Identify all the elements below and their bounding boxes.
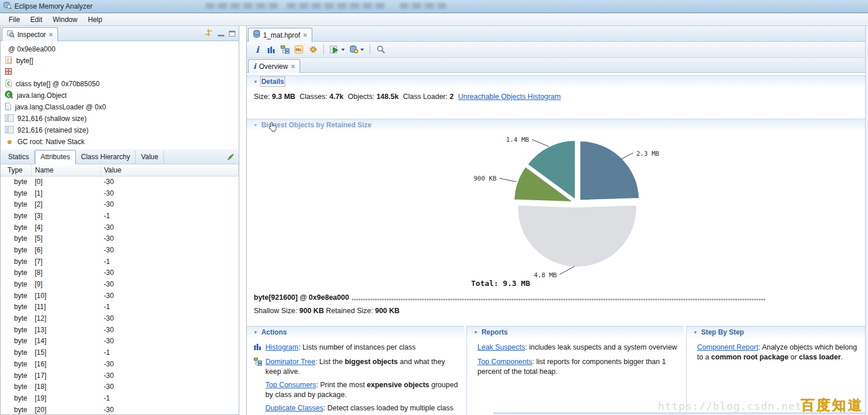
duplicate-classes-link[interactable]: Duplicate Classes: [265, 404, 323, 412]
maximize-view-button[interactable]: [229, 31, 235, 36]
step-by-step-header-label: Step By Step: [701, 328, 744, 336]
menu-edit[interactable]: Edit: [25, 14, 48, 25]
table-row[interactable]: byte[15]-1: [1, 347, 239, 358]
list-item[interactable]: Cs java.lang.Object: [1, 90, 239, 101]
minimize-view-button[interactable]: [218, 34, 224, 36]
histogram-button[interactable]: [265, 43, 277, 56]
component-report-link[interactable]: Component Report: [697, 343, 758, 351]
table-row[interactable]: byte[2]-30: [1, 199, 239, 210]
table-row[interactable]: byte[19]-1: [1, 392, 239, 404]
pie-label: 1.4 MB: [506, 136, 529, 144]
tab-hprof[interactable]: 1_mat.hprof ×: [248, 28, 312, 42]
menu-window[interactable]: Window: [48, 14, 83, 25]
tab-value[interactable]: Value: [136, 150, 164, 164]
table-cell: byte: [1, 302, 31, 313]
close-icon[interactable]: ×: [303, 32, 307, 38]
table-row[interactable]: byte[18]-30: [1, 381, 239, 392]
tab-attributes[interactable]: Attributes: [35, 150, 76, 164]
table-row[interactable]: byte[0]-30: [1, 176, 239, 188]
heap-dump-settings-button[interactable]: [348, 43, 365, 56]
table-row[interactable]: byte[1]-30: [1, 188, 239, 199]
tab-statics[interactable]: Statics: [3, 150, 35, 164]
table-row[interactable]: byte[11]-1: [1, 302, 239, 313]
pin-icon[interactable]: [227, 153, 234, 162]
action-item-histogram: Histogram: Lists number of instances per…: [254, 343, 458, 354]
list-item[interactable]: [] byte[]: [1, 55, 239, 67]
table-row[interactable]: byte[8]-30: [1, 267, 239, 279]
list-item[interactable]: 921,616 (shallow size): [1, 113, 239, 124]
heap-dump-icon: [253, 30, 260, 40]
list-item[interactable]: GC root: Native Stack: [1, 136, 239, 148]
dominator-tree-link[interactable]: Dominator Tree: [265, 358, 315, 366]
menu-file[interactable]: File: [3, 14, 25, 25]
overview-info-button[interactable]: i: [251, 43, 263, 56]
table-row[interactable]: byte[6]-30: [1, 244, 239, 256]
list-item[interactable]: @ 0x9e8ea000: [1, 43, 239, 55]
link-with-editor-icon[interactable]: [204, 29, 213, 38]
table-cell: [2]: [31, 199, 100, 210]
list-item[interactable]: java.lang.ClassLoader @ 0x0: [1, 101, 239, 113]
histogram-link[interactable]: Histogram: [265, 343, 298, 351]
top-components-link[interactable]: Top Components: [477, 358, 533, 366]
step-by-step-section-header[interactable]: ▼Step By Step: [687, 326, 865, 338]
actions-section-header[interactable]: ▼Actions: [247, 326, 464, 338]
oql-button[interactable]: OQL: [293, 43, 305, 56]
table-row[interactable]: byte[10]-30: [1, 290, 239, 302]
column-value[interactable]: Value: [100, 164, 239, 176]
table-cell: byte: [1, 233, 31, 244]
menu-help[interactable]: Help: [83, 14, 108, 25]
table-row[interactable]: byte[5]-30: [1, 233, 239, 244]
classloader-label: Class Loader:: [403, 93, 447, 101]
title-bar: Eclipse Memory Analyzer: [0, 0, 868, 13]
table-row[interactable]: byte[12]-30: [1, 313, 239, 324]
collapse-arrow-icon: ▼: [473, 330, 478, 335]
close-icon[interactable]: ×: [291, 64, 295, 69]
dominator-tree-icon: [254, 357, 263, 377]
table-cell: byte: [1, 199, 31, 210]
close-icon[interactable]: ×: [49, 32, 53, 38]
table-row[interactable]: byte[9]-30: [1, 278, 239, 290]
run-expert-system-button[interactable]: [329, 43, 346, 56]
table-row[interactable]: byte[7]-1: [1, 256, 239, 267]
blurred-title-text: [287, 3, 385, 9]
customize-gear-button[interactable]: [307, 43, 319, 56]
leak-suspects-link[interactable]: Leak Suspects: [477, 343, 525, 351]
selected-object-title[interactable]: byte[921600] @ 0x9e8ea000: [254, 293, 349, 302]
list-item[interactable]: C class byte[] @ 0x70b85050: [1, 78, 239, 90]
table-row[interactable]: byte[13]-30: [1, 324, 239, 336]
list-item[interactable]: [1, 67, 239, 78]
size-value: 9.3 MB: [272, 93, 295, 101]
top-consumers-link[interactable]: Top Consumers: [265, 381, 316, 389]
table-row[interactable]: byte[20]-30: [1, 404, 239, 414]
classes-label: Classes:: [300, 93, 327, 101]
column-type[interactable]: Type: [1, 164, 31, 176]
tab-overview[interactable]: i Overview ×: [248, 59, 300, 73]
tab-inspector[interactable]: Inspector ×: [2, 27, 58, 41]
table-row[interactable]: byte[4]-30: [1, 222, 239, 233]
table-cell: byte: [1, 347, 31, 358]
histogram-icon: [254, 343, 263, 354]
table-row[interactable]: byte[16]-30: [1, 358, 239, 370]
gc-root-label: GC root: Native Stack: [17, 138, 85, 146]
biggest-objects-section-header[interactable]: ▼ Biggest Objects by Retained Size: [247, 119, 865, 131]
pie-slice-4-8-MB[interactable]: [517, 205, 637, 267]
table-row[interactable]: byte[17]-30: [1, 370, 239, 381]
table-cell: [1]: [31, 188, 100, 199]
table-cell: [8]: [31, 267, 100, 279]
table-cell: [9]: [31, 278, 100, 290]
class-file-icon: C: [5, 79, 12, 89]
table-cell: [13]: [31, 324, 100, 336]
list-item[interactable]: 921,616 (retained size): [1, 124, 239, 136]
unreachable-objects-link[interactable]: Unreachable Objects Histogram: [458, 93, 560, 101]
step-desc-bold: class loader: [799, 353, 841, 361]
column-name[interactable]: Name: [31, 164, 100, 176]
pie-slice-2-3-MB[interactable]: [580, 141, 640, 200]
reports-section-header[interactable]: ▼Reports: [467, 326, 684, 338]
search-button[interactable]: [375, 43, 386, 56]
details-section-header[interactable]: ▼ Details: [247, 75, 865, 87]
table-cell: [4]: [31, 222, 100, 233]
tab-class-hierarchy[interactable]: Class Hierarchy: [76, 150, 136, 164]
table-row[interactable]: byte[3]-1: [1, 210, 239, 222]
dominator-tree-button[interactable]: [279, 43, 291, 56]
table-row[interactable]: byte[14]-30: [1, 336, 239, 347]
